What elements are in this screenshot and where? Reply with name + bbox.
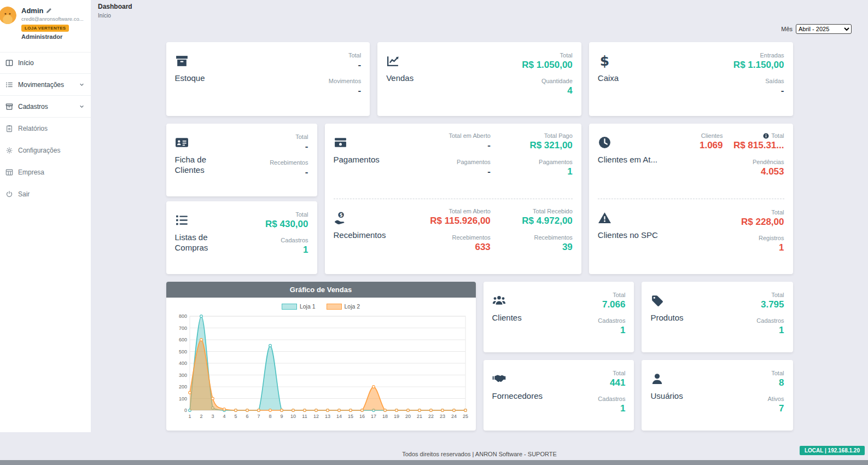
svg-text:17: 17 — [370, 414, 376, 419]
svg-text:700: 700 — [178, 326, 187, 331]
sidebar-menu: Início Movimentações Cadastros — [0, 52, 91, 205]
money-bills-icon — [334, 136, 347, 149]
card-title: Usuários — [650, 391, 683, 402]
stat-label: Cadastros — [598, 317, 625, 324]
stat-label: Pagamentos — [491, 159, 573, 165]
svg-text:19: 19 — [393, 414, 399, 419]
power-icon — [5, 190, 13, 198]
svg-text:4: 4 — [223, 414, 225, 419]
stat-label: Total Pago — [491, 132, 573, 139]
stat-label: Saídas — [765, 78, 784, 84]
clock-icon — [598, 136, 611, 149]
clipboard-icon — [5, 125, 13, 132]
svg-text:2: 2 — [200, 414, 202, 419]
stat-value: 7 — [768, 404, 784, 414]
card-vendas: Vendas Total R$ 1.050,00 Quantidade 4 — [377, 42, 581, 116]
chart-title: Gráfico de Vendas — [166, 282, 476, 298]
card-title: Pagamentos — [334, 155, 380, 165]
svg-text:400: 400 — [178, 361, 187, 366]
breadcrumb: Início — [98, 13, 868, 19]
svg-text:200: 200 — [178, 384, 187, 390]
svg-text:9: 9 — [280, 414, 283, 419]
list-icon — [175, 213, 189, 227]
store-badge: LOJA VERTENTES — [21, 25, 69, 32]
stat-value: - — [448, 167, 490, 177]
sidebar-item-cadastros[interactable]: Cadastros — [0, 96, 91, 118]
stat-value: R$ 430,00 — [265, 219, 308, 230]
stat-label: Recebimentos — [270, 159, 308, 166]
sidebar-item-inicio[interactable]: Início — [0, 52, 91, 74]
stat-label: Clientes — [700, 132, 723, 139]
horizontal-scrollbar[interactable] — [0, 460, 868, 465]
stat-label: Cadastros — [756, 317, 784, 324]
user-panel: Admin credit@anronsoftware.co... LOJA VE… — [0, 0, 91, 45]
legend-item[interactable]: Loja 2 — [327, 303, 360, 310]
stat-label: Total — [522, 52, 573, 59]
card-clientes: Clientes Total 7.066 Cadastros 1 — [483, 282, 634, 352]
card-pagamentos-recebimentos: Pagamentos Total em Aberto - Total Pago … — [325, 124, 581, 274]
stacked-cards-column: Ficha de Clientes Total - Recebimentos - — [166, 124, 317, 274]
svg-text:300: 300 — [178, 373, 187, 378]
stat-label: Total — [771, 132, 784, 139]
stat-label: Total — [761, 292, 784, 298]
card-title: Estoque — [175, 73, 205, 84]
stat-label: Pendências — [723, 159, 784, 165]
stat-label: Quantidade — [541, 78, 573, 84]
stat-value: - — [295, 142, 308, 152]
sidebar-item-empresa[interactable]: Empresa — [0, 161, 91, 183]
legend-swatch — [327, 304, 342, 310]
stat-value: 1 — [598, 326, 625, 336]
avatar — [0, 7, 16, 24]
legend-item[interactable]: Loja 1 — [282, 303, 316, 310]
stat-value: - — [448, 141, 490, 151]
footer-text: Todos direitos reservados | ANRON Softwa… — [91, 451, 868, 457]
svg-text:$: $ — [339, 212, 342, 218]
sidebar-item-label: Relatórios — [18, 125, 48, 132]
list-icon — [5, 81, 13, 89]
card-title: Caixa — [598, 73, 619, 84]
chevron-down-icon — [78, 81, 85, 88]
svg-text:10: 10 — [290, 414, 295, 419]
sidebar-item-label: Movimentações — [18, 81, 64, 89]
sidebar-item-relatorios[interactable]: Relatórios — [0, 118, 91, 140]
svg-text:600: 600 — [178, 337, 187, 342]
stat-label: Pagamentos — [448, 159, 490, 165]
svg-text:$: $ — [600, 54, 609, 68]
info-icon[interactable] — [763, 133, 769, 139]
stat-label: Cadastros — [598, 396, 625, 402]
edit-profile-icon[interactable] — [46, 8, 52, 14]
stat-value: 1 — [281, 245, 308, 255]
sidebar-item-label: Configurações — [18, 147, 60, 154]
svg-text:21: 21 — [416, 414, 422, 419]
stat-value: 1.069 — [700, 141, 723, 151]
stat-label: Recebimentos — [491, 234, 573, 241]
stat-value: 1 — [491, 167, 573, 177]
month-select[interactable]: Abril - 2025 — [796, 24, 852, 34]
svg-text:15: 15 — [347, 414, 353, 419]
svg-text:100: 100 — [178, 396, 187, 402]
stat-value: 633 — [430, 242, 491, 253]
address-card-icon — [175, 136, 189, 149]
card-title: Clientes no SPC — [598, 230, 658, 241]
sidebar-item-configuracoes[interactable]: Configurações — [0, 140, 91, 161]
card-title: Ficha de Clientes — [175, 155, 230, 176]
stat-value: R$ 815.31... — [723, 141, 784, 151]
archive-box-icon — [5, 103, 13, 111]
svg-text:13: 13 — [324, 414, 330, 419]
stat-value: - — [765, 86, 784, 96]
stat-label: Ativos — [768, 396, 784, 402]
sidebar-item-movimentacoes[interactable]: Movimentações — [0, 74, 91, 96]
users-icon — [492, 294, 506, 307]
stat-label: Total em Aberto — [430, 208, 491, 214]
card-title: Fornecedores — [492, 391, 543, 402]
gear-icon — [5, 147, 13, 154]
local-ip-badge: LOCAL | 192.168.1.20 — [800, 446, 865, 455]
section-pagamentos: Pagamentos Total em Aberto - Total Pago … — [325, 124, 581, 199]
chevron-down-icon — [78, 103, 85, 110]
stat-value: - — [348, 60, 361, 71]
card-produtos: Produtos Total 3.795 Cadastros 1 — [642, 282, 793, 352]
stat-label: Total — [265, 211, 308, 218]
svg-text:14: 14 — [336, 414, 341, 419]
sidebar-item-sair[interactable]: Sair — [0, 183, 91, 205]
stat-label: Total — [295, 133, 308, 140]
